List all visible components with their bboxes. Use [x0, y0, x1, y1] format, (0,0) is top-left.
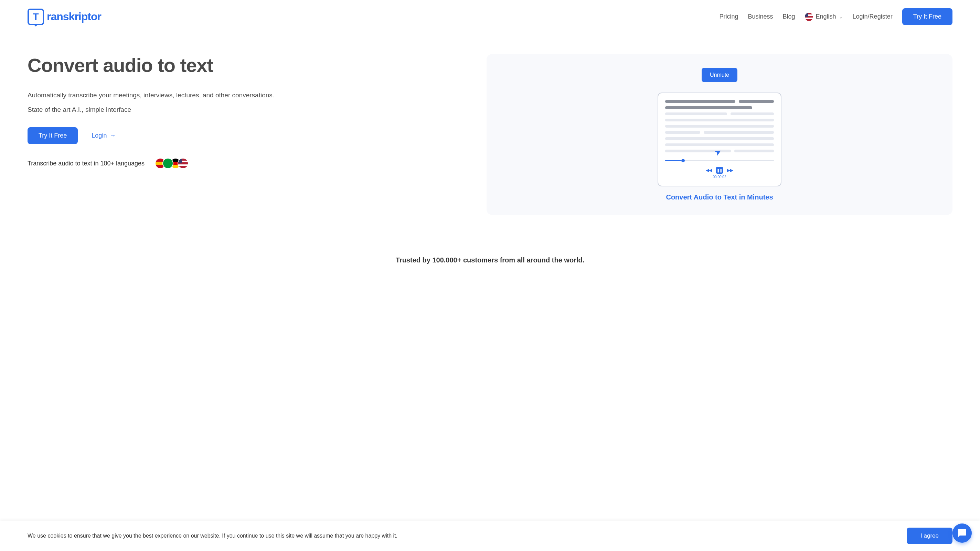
cta-row: Try It Free Login →: [27, 127, 466, 144]
language-selector[interactable]: English ⌄: [805, 13, 843, 21]
hero-description: Automatically transcribe your meetings, …: [27, 90, 466, 100]
language-row: Transcribe audio to text in 100+ languag…: [27, 158, 466, 169]
hero-title: Convert audio to text: [27, 54, 466, 76]
nav-pricing[interactable]: Pricing: [719, 13, 738, 20]
hero-video-panel: Unmute ◀◀ ❚❚ ▶▶ 00.00:02 ➤ Convert Audio…: [487, 54, 953, 215]
hero-description-2: State of the art A.I., simple interface: [27, 106, 466, 113]
try-free-header-button[interactable]: Try It Free: [902, 8, 953, 25]
player-progress-bar[interactable]: [665, 160, 774, 161]
nav-business[interactable]: Business: [748, 13, 773, 20]
us-flag-icon: [805, 13, 813, 21]
forward-icon[interactable]: ▶▶: [727, 168, 733, 173]
player-time: 00.00:02: [665, 175, 774, 179]
nav-blog[interactable]: Blog: [783, 13, 795, 20]
video-caption: Convert Audio to Text in Minutes: [666, 193, 773, 201]
logo-text: ranskriptor: [47, 10, 101, 23]
login-link[interactable]: Login →: [92, 132, 116, 139]
main-nav: Pricing Business Blog English ⌄ Login/Re…: [719, 8, 953, 25]
trust-section: Trusted by 100.000+ customers from all a…: [0, 236, 980, 278]
language-support-text: Transcribe audio to text in 100+ languag…: [27, 160, 145, 167]
trust-text: Trusted by 100.000+ customers from all a…: [27, 256, 953, 264]
language-flags: [155, 158, 189, 169]
pause-icon[interactable]: ❚❚: [716, 167, 723, 174]
video-transcript-mock: ◀◀ ❚❚ ▶▶ 00.00:02: [657, 92, 781, 186]
language-label: English: [816, 13, 836, 20]
hero-section: Convert audio to text Automatically tran…: [0, 33, 980, 236]
hero-left: Convert audio to text Automatically tran…: [27, 54, 466, 215]
arrow-right-icon: →: [110, 132, 116, 139]
login-label: Login: [92, 132, 107, 139]
logo[interactable]: T ranskriptor: [27, 9, 101, 25]
rewind-icon[interactable]: ◀◀: [706, 168, 712, 173]
us-flag-icon: [178, 158, 189, 169]
chevron-down-icon: ⌄: [839, 14, 843, 20]
try-free-hero-button[interactable]: Try It Free: [27, 127, 78, 144]
unmute-button[interactable]: Unmute: [702, 68, 737, 82]
logo-icon: T: [27, 9, 44, 25]
player-controls: ◀◀ ❚❚ ▶▶: [665, 167, 774, 174]
nav-login-register[interactable]: Login/Register: [853, 13, 892, 20]
header: T ranskriptor Pricing Business Blog Engl…: [0, 0, 980, 33]
